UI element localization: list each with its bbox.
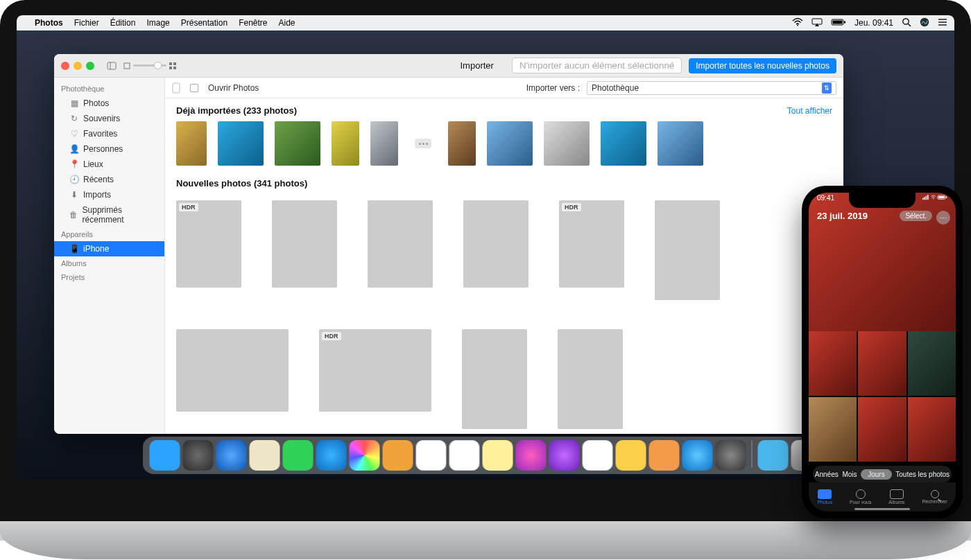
- sidebar-item-label: iPhone: [83, 244, 109, 254]
- photo-thumb[interactable]: HDR: [176, 200, 241, 300]
- dock-podcasts-icon[interactable]: [549, 440, 580, 471]
- dock-settings-icon[interactable]: [716, 440, 746, 471]
- dock-finder-icon[interactable]: [150, 440, 180, 471]
- segment-years[interactable]: Années: [815, 471, 839, 478]
- sidebar-item-memories[interactable]: ↻Souvenirs: [54, 111, 164, 126]
- menu-edit[interactable]: Édition: [110, 18, 136, 28]
- photo-thumb[interactable]: [368, 200, 433, 300]
- dock-mail-icon[interactable]: [250, 440, 280, 471]
- minimize-button[interactable]: [74, 62, 82, 70]
- dock-numbers-icon[interactable]: [583, 440, 613, 471]
- photo-thumb[interactable]: [218, 121, 264, 166]
- clock[interactable]: Jeu. 09:41: [854, 18, 893, 28]
- iphone-segment-control[interactable]: Années Mois Jours Toutes les photos: [813, 466, 952, 482]
- siri-icon[interactable]: [920, 17, 929, 29]
- thumbnail-zoom-slider[interactable]: [123, 62, 176, 69]
- photo-thumb[interactable]: [658, 121, 703, 166]
- photo-thumb[interactable]: [655, 200, 720, 300]
- wifi-icon[interactable]: [792, 18, 803, 28]
- menu-image[interactable]: Image: [146, 18, 169, 28]
- dock-photos-icon[interactable]: [350, 440, 380, 471]
- open-photos-checkbox[interactable]: [190, 84, 198, 92]
- dock-downloads-icon[interactable]: [758, 440, 789, 471]
- clock-icon: 🕘: [69, 175, 79, 184]
- photo-thumb[interactable]: [908, 331, 956, 396]
- sidebar-item-recent[interactable]: 🕘Récents: [54, 172, 164, 187]
- albums-icon: [890, 489, 904, 499]
- dock-safari-icon[interactable]: [216, 440, 247, 471]
- dock-keynote-icon[interactable]: [616, 440, 646, 471]
- photo-thumb[interactable]: [463, 200, 529, 300]
- tab-albums[interactable]: Albums: [888, 489, 904, 505]
- segment-all[interactable]: Toutes les photos: [895, 471, 949, 478]
- heart-icon: ♡: [69, 129, 79, 139]
- photo-thumb[interactable]: [487, 121, 533, 166]
- photo-thumb[interactable]: HDR: [319, 329, 431, 429]
- sidebar-item-iphone[interactable]: 📱iPhone: [54, 241, 164, 256]
- photo-thumb[interactable]: [908, 397, 956, 462]
- menu-help[interactable]: Aide: [279, 18, 295, 28]
- photo-thumb[interactable]: [176, 121, 207, 166]
- photo-thumb[interactable]: [858, 397, 906, 462]
- photo-thumb[interactable]: [370, 121, 398, 166]
- photo-thumb[interactable]: [544, 121, 590, 166]
- sidebar-item-favorites[interactable]: ♡Favorites: [54, 126, 164, 141]
- battery-icon[interactable]: [831, 18, 846, 28]
- photo-thumb[interactable]: [462, 329, 527, 429]
- dock-notes-icon[interactable]: [483, 440, 513, 471]
- select-button[interactable]: Sélect.: [900, 211, 932, 221]
- tab-photos[interactable]: Photos: [817, 489, 832, 505]
- sidebar-item-label: Lieux: [83, 159, 103, 169]
- dock-reminders-icon[interactable]: [449, 440, 480, 471]
- app-name[interactable]: Photos: [35, 18, 63, 28]
- import-destination-dropdown[interactable]: Photothèque ⇅: [587, 81, 836, 95]
- photo-thumb[interactable]: [858, 331, 906, 396]
- photo-thumb[interactable]: [448, 121, 476, 166]
- dock-appstore-icon[interactable]: [682, 440, 713, 471]
- import-all-button[interactable]: Importer toutes les nouvelles photos: [689, 58, 836, 73]
- photo-thumb[interactable]: [332, 121, 359, 166]
- dock-music-icon[interactable]: [516, 440, 547, 471]
- tab-foryou[interactable]: Pour vous: [850, 489, 872, 505]
- sidebar-toggle-icon[interactable]: [107, 61, 117, 71]
- sidebar-item-photos[interactable]: ▦Photos: [54, 96, 164, 111]
- segment-days[interactable]: Jours: [861, 469, 891, 480]
- photo-thumb[interactable]: [272, 200, 337, 300]
- menu-file[interactable]: Fichier: [74, 18, 99, 28]
- photo-thumb[interactable]: [176, 329, 289, 429]
- fullscreen-button[interactable]: [86, 62, 94, 70]
- dock-launchpad-icon[interactable]: [183, 440, 214, 471]
- photo-thumb[interactable]: [809, 397, 857, 462]
- notification-center-icon[interactable]: [938, 18, 947, 28]
- dock-contacts-icon[interactable]: [383, 440, 413, 471]
- dock-calendar-icon[interactable]: [416, 440, 447, 471]
- show-all-link[interactable]: Tout afficher: [787, 106, 832, 116]
- people-icon: 👤: [69, 144, 79, 154]
- photo-thumb[interactable]: [601, 121, 646, 166]
- sidebar-item-people[interactable]: 👤Personnes: [54, 141, 164, 157]
- sidebar-item-trash[interactable]: 🗑Supprimés récemment: [54, 202, 164, 227]
- airplay-icon[interactable]: [811, 18, 823, 28]
- home-indicator[interactable]: [854, 508, 910, 510]
- photo-thumb[interactable]: [809, 331, 857, 396]
- menu-window[interactable]: Fenêtre: [239, 18, 267, 28]
- segment-months[interactable]: Mois: [842, 471, 857, 478]
- svg-line-6: [908, 24, 911, 26]
- tab-search[interactable]: Rechercher: [922, 490, 947, 504]
- photo-thumb[interactable]: HDR: [559, 200, 624, 300]
- close-button[interactable]: [61, 62, 69, 70]
- sidebar-item-places[interactable]: 📍Lieux: [54, 157, 164, 172]
- menu-view[interactable]: Présentation: [181, 18, 227, 28]
- dock-maps-icon[interactable]: [316, 440, 347, 471]
- dock-pages-icon[interactable]: [649, 440, 680, 471]
- sidebar-item-imports[interactable]: ⬇Imports: [54, 187, 164, 202]
- more-button[interactable]: ⋯: [936, 211, 950, 225]
- dock-messages-icon[interactable]: [283, 440, 313, 471]
- photo-thumb[interactable]: [275, 121, 320, 166]
- spotlight-icon[interactable]: [902, 17, 911, 29]
- photo-thumb[interactable]: [558, 329, 623, 429]
- trash-icon: 🗑: [69, 210, 78, 220]
- import-scroll[interactable]: Déjà importées (233 photos) Tout affiche…: [165, 98, 843, 434]
- import-none-button[interactable]: N'importer aucun élément sélectionné: [512, 58, 682, 73]
- more-icon[interactable]: [415, 139, 431, 148]
